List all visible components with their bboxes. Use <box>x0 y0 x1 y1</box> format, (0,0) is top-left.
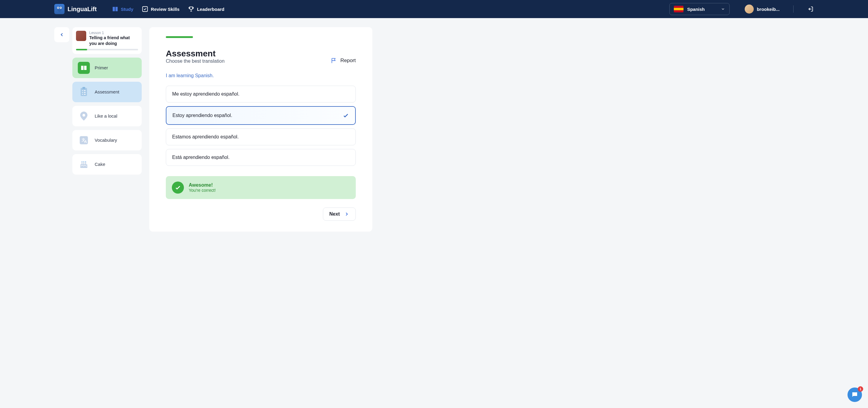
brand-logo[interactable]: LinguaLift <box>54 4 97 14</box>
svg-point-2 <box>58 7 59 8</box>
svg-point-15 <box>82 161 83 162</box>
step-like-a-local[interactable]: Like a local <box>72 106 142 126</box>
back-button[interactable] <box>54 27 69 42</box>
page-title: Assessment <box>166 49 225 59</box>
lesson-thumbnail <box>76 31 86 41</box>
lesson-title: Telling a friend what you are doing <box>89 35 138 46</box>
logout-icon[interactable] <box>807 6 814 12</box>
sidebar: Lesson 1 Telling a friend what you are d… <box>54 27 142 175</box>
svg-point-7 <box>83 114 85 116</box>
divider <box>793 5 794 13</box>
step-assessment[interactable]: Assessment <box>72 82 142 102</box>
feedback-subtitle: You're correct! <box>189 188 216 193</box>
spain-flag-icon <box>674 6 683 12</box>
svg-point-17 <box>85 161 86 162</box>
top-header: LinguaLift Study Review Skills Leaderboa… <box>0 0 868 18</box>
lesson-number: Lesson 1 <box>89 31 138 35</box>
svg-text:A: A <box>85 139 87 144</box>
chevron-right-icon <box>344 211 349 217</box>
avatar <box>745 4 754 13</box>
lesson-progress-bar <box>76 49 138 50</box>
main-panel: Assessment Choose the best translation R… <box>149 27 372 231</box>
map-pin-icon <box>78 110 90 122</box>
option-2[interactable]: Estamos aprendiendo español. <box>166 128 356 145</box>
book-open-icon <box>78 62 90 74</box>
trophy-icon <box>188 6 194 12</box>
option-0[interactable]: Me estoy aprendiendo español. <box>166 86 356 102</box>
lesson-card[interactable]: Lesson 1 Telling a friend what you are d… <box>72 27 142 54</box>
step-vocabulary[interactable]: 文A Vocabulary <box>72 130 142 151</box>
svg-rect-6 <box>83 87 85 89</box>
svg-point-3 <box>60 7 61 8</box>
success-check-icon <box>172 182 184 194</box>
option-3[interactable]: Está aprendiendo español. <box>166 149 356 166</box>
main-nav: Study Review Skills Leaderboard <box>112 6 225 12</box>
nav-leaderboard[interactable]: Leaderboard <box>188 6 224 12</box>
progress-indicator <box>166 36 193 38</box>
feedback-banner: Awesome! You're correct! <box>166 176 356 199</box>
nav-review-skills[interactable]: Review Skills <box>142 6 179 12</box>
chevron-left-icon <box>59 32 64 37</box>
translate-icon: 文A <box>78 134 90 146</box>
user-menu[interactable]: brookeib... <box>745 4 780 13</box>
svg-rect-12 <box>82 162 83 164</box>
prompt-text: I am learning Spanish. <box>166 73 356 79</box>
step-primer[interactable]: Primer <box>72 58 142 78</box>
owl-icon <box>54 4 64 14</box>
svg-rect-5 <box>81 88 87 96</box>
next-button[interactable]: Next <box>323 208 356 221</box>
nav-study[interactable]: Study <box>112 6 133 12</box>
options-list: Me estoy aprendiendo español. Estoy apre… <box>166 86 356 166</box>
svg-rect-4 <box>143 7 148 12</box>
report-button[interactable]: Report <box>331 57 356 64</box>
chevron-down-icon <box>721 7 725 11</box>
checkbox-icon <box>142 6 148 12</box>
check-icon <box>342 112 349 119</box>
flag-icon <box>331 57 337 64</box>
checklist-icon <box>78 86 90 98</box>
page-subtitle: Choose the best translation <box>166 59 225 64</box>
language-selector[interactable]: Spanish <box>669 3 730 15</box>
cake-icon <box>78 158 90 170</box>
svg-rect-14 <box>85 162 86 164</box>
brand-name: LinguaLift <box>67 6 97 13</box>
svg-rect-13 <box>84 162 85 164</box>
main-container: Lesson 1 Telling a friend what you are d… <box>0 18 868 241</box>
step-cake[interactable]: Cake <box>72 154 142 175</box>
book-icon <box>112 6 119 12</box>
option-1[interactable]: Estoy aprendiendo español. <box>166 106 356 125</box>
feedback-title: Awesome! <box>189 183 216 188</box>
svg-point-16 <box>84 161 85 162</box>
